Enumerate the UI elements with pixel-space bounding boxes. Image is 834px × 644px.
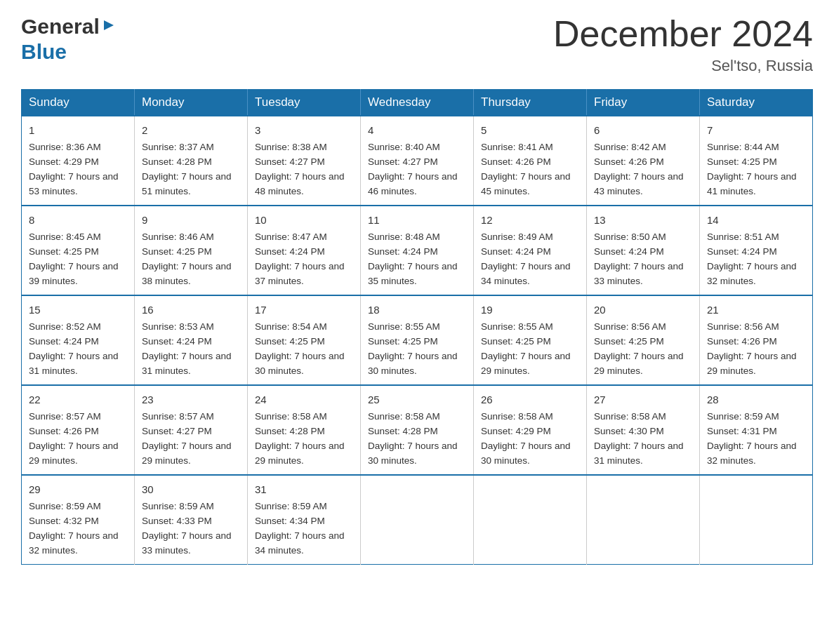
day-daylight: Daylight: 7 hours and 43 minutes. <box>594 171 684 196</box>
calendar-day-cell: 21 Sunrise: 8:56 AM Sunset: 4:26 PM Dayl… <box>700 295 813 385</box>
calendar-week-row: 15 Sunrise: 8:52 AM Sunset: 4:24 PM Dayl… <box>22 295 813 385</box>
day-daylight: Daylight: 7 hours and 30 minutes. <box>368 351 458 376</box>
day-sunset: Sunset: 4:25 PM <box>594 336 664 347</box>
calendar-header-row: SundayMondayTuesdayWednesdayThursdayFrid… <box>22 90 813 116</box>
day-sunset: Sunset: 4:28 PM <box>142 156 212 167</box>
month-title: December 2024 <box>553 14 813 54</box>
calendar-day-cell: 11 Sunrise: 8:48 AM Sunset: 4:24 PM Dayl… <box>361 206 474 295</box>
calendar-day-cell: 20 Sunrise: 8:56 AM Sunset: 4:25 PM Dayl… <box>587 295 700 385</box>
day-number: 4 <box>368 122 466 138</box>
day-number: 13 <box>594 212 692 228</box>
day-sunrise: Sunrise: 8:57 AM <box>29 411 101 422</box>
day-daylight: Daylight: 7 hours and 32 minutes. <box>707 261 797 286</box>
day-sunrise: Sunrise: 8:58 AM <box>368 411 440 422</box>
day-header-wednesday: Wednesday <box>361 90 474 116</box>
day-sunset: Sunset: 4:24 PM <box>255 246 325 257</box>
day-sunset: Sunset: 4:25 PM <box>368 336 438 347</box>
day-number: 21 <box>707 302 805 318</box>
calendar-day-cell: 28 Sunrise: 8:59 AM Sunset: 4:31 PM Dayl… <box>700 385 813 475</box>
calendar-day-cell: 26 Sunrise: 8:58 AM Sunset: 4:29 PM Dayl… <box>474 385 587 475</box>
day-sunset: Sunset: 4:25 PM <box>255 336 325 347</box>
day-number: 28 <box>707 391 805 408</box>
day-daylight: Daylight: 7 hours and 31 minutes. <box>29 351 119 376</box>
day-sunset: Sunset: 4:26 PM <box>29 426 99 436</box>
day-sunrise: Sunrise: 8:59 AM <box>255 501 327 511</box>
day-sunrise: Sunrise: 8:36 AM <box>29 142 101 152</box>
calendar-day-cell: 14 Sunrise: 8:51 AM Sunset: 4:24 PM Dayl… <box>700 206 813 295</box>
calendar-day-cell: 15 Sunrise: 8:52 AM Sunset: 4:24 PM Dayl… <box>22 295 135 385</box>
day-sunrise: Sunrise: 8:58 AM <box>594 411 666 422</box>
day-number: 22 <box>29 391 127 408</box>
day-sunset: Sunset: 4:25 PM <box>142 246 212 257</box>
day-sunrise: Sunrise: 8:41 AM <box>481 142 553 152</box>
calendar-day-cell: 29 Sunrise: 8:59 AM Sunset: 4:32 PM Dayl… <box>22 475 135 564</box>
calendar-day-cell: 6 Sunrise: 8:42 AM Sunset: 4:26 PM Dayli… <box>587 116 700 206</box>
day-sunrise: Sunrise: 8:44 AM <box>707 142 779 152</box>
day-number: 17 <box>255 302 353 318</box>
day-header-sunday: Sunday <box>22 90 135 116</box>
svg-marker-0 <box>104 20 114 30</box>
day-daylight: Daylight: 7 hours and 29 minutes. <box>707 351 797 376</box>
day-sunrise: Sunrise: 8:38 AM <box>255 142 327 152</box>
day-number: 23 <box>142 391 240 408</box>
day-daylight: Daylight: 7 hours and 30 minutes. <box>255 351 345 376</box>
day-header-tuesday: Tuesday <box>248 90 361 116</box>
day-daylight: Daylight: 7 hours and 29 minutes. <box>29 441 119 466</box>
day-number: 2 <box>142 122 240 138</box>
day-sunset: Sunset: 4:32 PM <box>29 516 99 526</box>
day-daylight: Daylight: 7 hours and 29 minutes. <box>594 351 684 376</box>
day-daylight: Daylight: 7 hours and 33 minutes. <box>594 261 684 286</box>
day-sunset: Sunset: 4:24 PM <box>594 246 664 257</box>
day-sunrise: Sunrise: 8:58 AM <box>255 411 327 422</box>
day-daylight: Daylight: 7 hours and 53 minutes. <box>29 171 119 196</box>
day-sunrise: Sunrise: 8:50 AM <box>594 232 666 242</box>
day-sunrise: Sunrise: 8:59 AM <box>29 501 101 511</box>
calendar-day-cell: 10 Sunrise: 8:47 AM Sunset: 4:24 PM Dayl… <box>248 206 361 295</box>
calendar-day-cell: 8 Sunrise: 8:45 AM Sunset: 4:25 PM Dayli… <box>22 206 135 295</box>
day-daylight: Daylight: 7 hours and 29 minutes. <box>255 441 345 466</box>
day-sunset: Sunset: 4:31 PM <box>707 426 777 436</box>
day-sunrise: Sunrise: 8:48 AM <box>368 232 440 242</box>
day-sunrise: Sunrise: 8:45 AM <box>29 232 101 242</box>
calendar-day-cell: 16 Sunrise: 8:53 AM Sunset: 4:24 PM Dayl… <box>135 295 248 385</box>
day-sunset: Sunset: 4:24 PM <box>29 336 99 347</box>
day-number: 25 <box>368 391 466 408</box>
calendar-day-cell: 24 Sunrise: 8:58 AM Sunset: 4:28 PM Dayl… <box>248 385 361 475</box>
calendar-table: SundayMondayTuesdayWednesdayThursdayFrid… <box>21 89 813 565</box>
calendar-day-cell: 4 Sunrise: 8:40 AM Sunset: 4:27 PM Dayli… <box>361 116 474 206</box>
day-header-monday: Monday <box>135 90 248 116</box>
day-sunrise: Sunrise: 8:55 AM <box>481 321 553 332</box>
day-daylight: Daylight: 7 hours and 31 minutes. <box>594 441 684 466</box>
day-sunset: Sunset: 4:25 PM <box>707 156 777 167</box>
day-daylight: Daylight: 7 hours and 32 minutes. <box>707 441 797 466</box>
calendar-empty-cell <box>587 475 700 564</box>
day-number: 9 <box>142 212 240 228</box>
calendar-day-cell: 22 Sunrise: 8:57 AM Sunset: 4:26 PM Dayl… <box>22 385 135 475</box>
day-number: 7 <box>707 122 805 138</box>
day-sunset: Sunset: 4:34 PM <box>255 516 325 526</box>
day-daylight: Daylight: 7 hours and 30 minutes. <box>481 441 571 466</box>
day-daylight: Daylight: 7 hours and 37 minutes. <box>255 261 345 286</box>
calendar-day-cell: 3 Sunrise: 8:38 AM Sunset: 4:27 PM Dayli… <box>248 116 361 206</box>
calendar-empty-cell <box>474 475 587 564</box>
day-number: 20 <box>594 302 692 318</box>
title-section: December 2024 Sel'tso, Russia <box>553 14 813 75</box>
day-sunrise: Sunrise: 8:57 AM <box>142 411 214 422</box>
day-sunrise: Sunrise: 8:46 AM <box>142 232 214 242</box>
day-sunset: Sunset: 4:25 PM <box>29 246 99 257</box>
day-sunrise: Sunrise: 8:53 AM <box>142 321 214 332</box>
day-daylight: Daylight: 7 hours and 45 minutes. <box>481 171 571 196</box>
page-header: General Blue December 2024 Sel'tso, Russ… <box>21 14 813 75</box>
day-sunrise: Sunrise: 8:59 AM <box>707 411 779 422</box>
day-number: 27 <box>594 391 692 408</box>
calendar-day-cell: 1 Sunrise: 8:36 AM Sunset: 4:29 PM Dayli… <box>22 116 135 206</box>
day-daylight: Daylight: 7 hours and 46 minutes. <box>368 171 458 196</box>
logo-blue-text: Blue <box>21 39 67 65</box>
day-number: 12 <box>481 212 579 228</box>
calendar-week-row: 29 Sunrise: 8:59 AM Sunset: 4:32 PM Dayl… <box>22 475 813 564</box>
day-number: 15 <box>29 302 127 318</box>
day-daylight: Daylight: 7 hours and 51 minutes. <box>142 171 232 196</box>
day-daylight: Daylight: 7 hours and 34 minutes. <box>481 261 571 286</box>
calendar-week-row: 22 Sunrise: 8:57 AM Sunset: 4:26 PM Dayl… <box>22 385 813 475</box>
day-number: 19 <box>481 302 579 318</box>
